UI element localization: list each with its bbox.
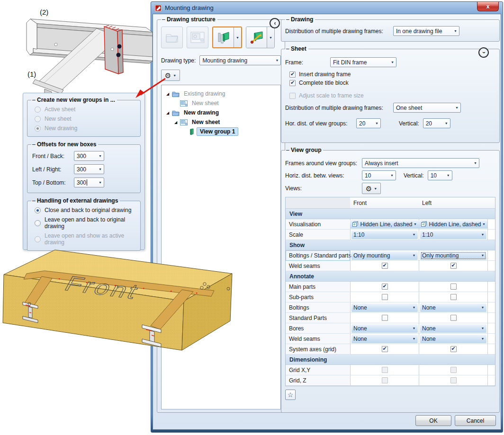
cell-dropdown[interactable]: None▼ — [351, 335, 418, 343]
chevron-down-icon: ▼ — [97, 181, 104, 184]
vert-dist-views-select[interactable]: 10 ▼ — [428, 170, 452, 180]
check-icon: ✔ — [290, 80, 295, 85]
offset-select[interactable]: 300▼ — [74, 151, 104, 161]
drawing-type-row: Drawing type: Mounting drawing ▼ — [161, 55, 281, 65]
cell-dropdown[interactable]: 1:10▼ — [420, 231, 486, 239]
cell-dropdown[interactable]: None▼ — [351, 303, 418, 312]
dropdown-value: None — [353, 325, 411, 332]
chevron-down-icon: ▼ — [480, 306, 486, 309]
checkbox[interactable]: ✔ — [450, 263, 457, 269]
row-label: Grid X,Y — [286, 365, 350, 375]
views-settings-button[interactable]: ⚙ ▼ — [362, 183, 381, 194]
checkbox[interactable] — [382, 377, 388, 383]
radio-button[interactable] — [35, 236, 41, 242]
view-group-by-axis-button[interactable]: ▼ — [246, 27, 275, 48]
offset-row: Front / Back:300▼ — [32, 151, 136, 161]
tree-expander-icon[interactable]: ◢ — [164, 111, 171, 115]
view-group-box-illustration: Front — [2, 246, 239, 365]
star-icon: ☆ — [288, 391, 294, 399]
checkbox[interactable] — [450, 315, 457, 321]
frames-around-select[interactable]: Always insert ▼ — [362, 158, 479, 168]
drawing-distribution-select[interactable]: In one drawing file ▼ — [393, 26, 459, 36]
frame-select[interactable]: Fit DIN frame ▼ — [330, 57, 396, 67]
tree-item[interactable]: ◢Existing drawing — [162, 89, 279, 98]
open-drawing-button[interactable] — [161, 27, 183, 48]
checkbox[interactable]: ✔ — [382, 284, 388, 290]
checkbox[interactable] — [382, 315, 388, 321]
vert-dist-select[interactable]: 20 ▼ — [423, 118, 450, 128]
tree-item[interactable]: View group 1 — [162, 127, 279, 136]
checkbox[interactable] — [382, 294, 388, 300]
sheet-distribution-label: Distribution of multiple drawing frames: — [285, 105, 393, 111]
checkbox[interactable] — [450, 294, 457, 300]
checkbox[interactable]: ✔ — [382, 263, 388, 269]
table-row-filler — [487, 292, 495, 302]
radio-button[interactable] — [35, 116, 41, 122]
tree-item[interactable]: ◢New drawing — [162, 108, 279, 117]
radio-option: Active sheet — [35, 106, 136, 113]
row-label: Visualisation — [286, 219, 350, 230]
cell-dropdown[interactable]: None▼ — [420, 335, 486, 343]
row-label: Sub-parts — [286, 292, 350, 302]
table-row-filler — [487, 344, 495, 355]
chevron-down-icon: ▼ — [480, 337, 486, 340]
checkbox[interactable] — [450, 284, 457, 290]
table-cell — [350, 292, 419, 302]
ok-button[interactable]: OK — [415, 415, 451, 426]
checkbox[interactable]: ✔ — [289, 71, 296, 78]
sheet-distribution-select[interactable]: One sheet ▼ — [393, 103, 461, 113]
row-label: Boltings / Standard parts — [286, 250, 350, 261]
radio-button[interactable] — [35, 107, 41, 113]
offset-select[interactable]: 300▼ — [74, 164, 104, 174]
horiz-dist-views-select[interactable]: 10 ▼ — [362, 170, 396, 180]
cancel-button[interactable]: Cancel — [455, 415, 496, 426]
sheet-icon — [179, 100, 189, 107]
checkbox[interactable]: ✔ — [382, 346, 388, 352]
checkbox-row: ✔Complete title block — [289, 80, 495, 86]
cell-dropdown[interactable]: Hidden Line, dashed▼ — [350, 220, 419, 229]
checkbox[interactable] — [450, 377, 457, 383]
drawing-type-select[interactable]: Mounting drawing ▼ — [199, 55, 281, 65]
tree-expander-icon[interactable]: ◢ — [172, 120, 179, 124]
cell-dropdown[interactable]: Hidden Line, dashed▼ — [419, 220, 487, 229]
radio-button[interactable] — [35, 207, 41, 213]
offset-select[interactable]: 300▼ — [74, 178, 104, 187]
radio-button[interactable] — [35, 220, 41, 226]
checkbox[interactable] — [450, 367, 457, 373]
cell-dropdown[interactable]: 1:10▼ — [351, 231, 418, 239]
dropdown-value: 1:10 — [353, 231, 411, 238]
create-view-group-button[interactable]: ▼ — [212, 27, 242, 48]
checkbox[interactable]: ✔ — [289, 80, 296, 86]
checkbox-row: Adjust scale to frame size — [289, 92, 495, 99]
table-cell — [419, 292, 487, 302]
radio-button[interactable] — [35, 125, 41, 132]
cell-dropdown[interactable]: None▼ — [420, 303, 486, 312]
checkbox[interactable]: ✔ — [450, 346, 457, 352]
offset-label: Top / Bottom: — [32, 179, 74, 186]
checkbox[interactable] — [289, 93, 296, 99]
chevron-down-icon[interactable]: ▼ — [267, 27, 274, 48]
collapse-up-button[interactable]: ‹ — [478, 47, 489, 58]
radio-option: New drawing — [35, 125, 136, 132]
cell-dropdown[interactable]: None▼ — [351, 324, 418, 333]
cell-dropdown[interactable]: Only mounting▼ — [351, 251, 418, 260]
tree-item[interactable]: New sheet — [162, 98, 279, 108]
favorites-button[interactable]: ☆ — [285, 390, 296, 400]
checkbox[interactable] — [382, 367, 388, 373]
new-sheet-button[interactable] — [187, 27, 208, 48]
chevron-down-icon: ▼ — [273, 59, 280, 62]
close-button[interactable]: x — [477, 2, 499, 11]
offsets-group: Offsets for new boxes Front / Back:300▼L… — [27, 141, 141, 193]
section-title: Drawing — [285, 16, 315, 23]
cell-dropdown[interactable]: Only mounting▼ — [420, 251, 486, 260]
tree-item[interactable]: ◢New sheet — [162, 117, 279, 127]
cube-icon — [352, 221, 359, 227]
table-row-filler — [487, 230, 495, 240]
folder-icon — [171, 91, 180, 97]
hor-dist-select[interactable]: 20 ▼ — [356, 118, 381, 128]
radio-label: New sheet — [45, 115, 72, 122]
chevron-down-icon: ▼ — [411, 233, 417, 236]
cell-dropdown[interactable]: None▼ — [420, 324, 486, 333]
table-cell — [419, 375, 487, 386]
chevron-down-icon[interactable]: ▼ — [234, 27, 241, 47]
